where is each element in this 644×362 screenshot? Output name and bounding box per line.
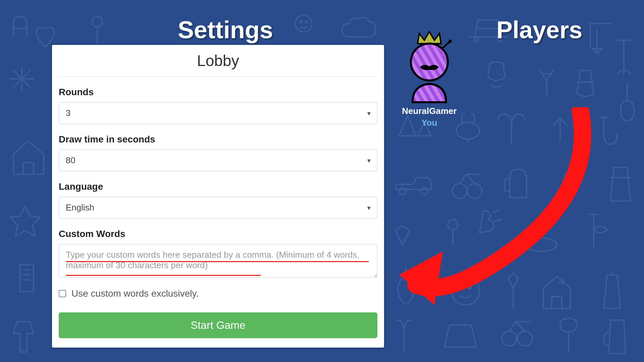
player-card: NeuralGamer You [392,30,466,128]
language-select[interactable]: English [59,197,377,219]
settings-heading: Settings [178,16,273,44]
exclusive-label: Use custom words exclusively. [71,288,199,299]
customwords-label: Custom Words [59,229,377,239]
svg-point-10 [527,238,557,251]
rounds-label: Rounds [59,87,377,98]
drawtime-group: Draw time in seconds 80 ▾ [59,134,377,171]
lobby-title: Lobby [59,45,377,77]
rounds-group: Rounds 3 ▾ [59,87,377,124]
svg-point-6 [399,188,406,194]
exclusive-checkbox-row: Use custom words exclusively. [59,288,377,299]
language-label: Language [59,181,377,192]
svg-point-19 [448,40,452,43]
svg-point-14 [502,331,517,346]
rounds-select[interactable]: 3 [59,102,377,124]
player-name: NeuralGamer [392,106,466,116]
svg-point-3 [474,38,478,42]
player-avatar-icon [399,30,460,104]
language-group: Language English ▾ [59,181,377,219]
svg-point-11 [451,277,480,305]
players-heading: Players [496,16,582,44]
svg-line-18 [442,42,449,49]
svg-point-0 [295,15,312,32]
drawtime-select[interactable]: 80 [59,149,377,171]
customwords-input[interactable] [59,244,377,278]
svg-point-7 [421,188,428,194]
svg-point-13 [468,286,471,289]
exclusive-checkbox[interactable] [59,290,66,297]
svg-point-1 [300,21,302,23]
player-you-label: You [392,118,466,128]
annotation-underline [66,261,369,262]
svg-point-12 [460,286,463,289]
drawtime-label: Draw time in seconds [59,134,377,145]
svg-point-15 [518,331,532,346]
annotation-underline [66,275,261,276]
svg-point-20 [411,44,448,80]
svg-point-2 [305,21,307,23]
start-game-button[interactable]: Start Game [59,312,377,338]
customwords-group: Custom Words [59,229,377,279]
svg-point-8 [452,184,467,198]
annotation-arrow-icon [389,107,597,315]
lobby-panel: Lobby Rounds 3 ▾ Draw time in seconds 80… [52,45,384,348]
svg-point-9 [467,184,482,198]
